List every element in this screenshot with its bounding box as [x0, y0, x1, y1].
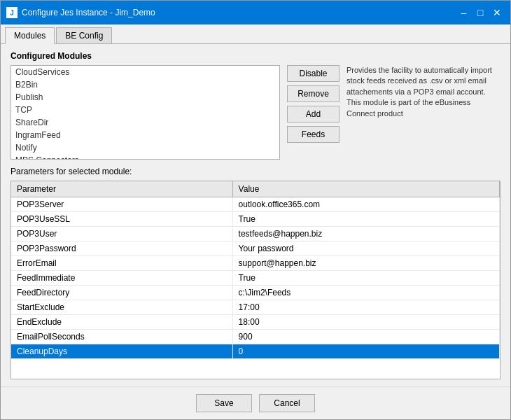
table-row[interactable]: POP3Usertestfeeds@happen.biz: [11, 227, 500, 241]
table-row[interactable]: ErrorEmailsupport@happen.biz: [11, 256, 500, 271]
add-button[interactable]: Add: [287, 106, 340, 122]
feeds-button[interactable]: Feeds: [287, 126, 340, 143]
save-button[interactable]: Save: [196, 394, 252, 412]
title-controls: ‒ □ ✕: [456, 5, 505, 20]
param-value: 17:00: [232, 300, 499, 315]
app-icon: J: [6, 7, 18, 18]
param-value: outlook.office365.com: [232, 197, 499, 212]
param-name: POP3User: [11, 227, 232, 241]
param-value: True: [232, 212, 499, 227]
module-item-tcp[interactable]: TCP: [11, 104, 279, 116]
module-item-ingramfeed[interactable]: IngramFeed: [11, 129, 279, 141]
configured-modules-title: Configured Modules: [10, 51, 500, 61]
table-header-row: Parameter Value: [11, 181, 500, 197]
minimize-button[interactable]: ‒: [456, 5, 471, 20]
parameters-title: Parameters for selected module:: [10, 167, 500, 176]
tab-beconfig[interactable]: BE Config: [56, 27, 112, 43]
remove-button[interactable]: Remove: [287, 85, 340, 102]
param-value: c:\Jim2\Feeds: [232, 286, 499, 300]
action-buttons: Disable Remove Add Feeds: [287, 65, 340, 160]
param-value: 900: [232, 330, 499, 344]
param-name: POP3Server: [11, 197, 232, 212]
table-row[interactable]: CleanupDays0: [11, 344, 500, 359]
table-row[interactable]: POP3UseSSLTrue: [11, 212, 500, 227]
cancel-button[interactable]: Cancel: [259, 394, 315, 412]
top-section: CloudServicesB2BinPublishTCPShareDirIngr…: [10, 65, 500, 160]
param-name: FeedImmediate: [11, 271, 232, 286]
param-value: Your password: [232, 241, 499, 256]
title-bar: J Configure Jes Instance - Jim_Demo ‒ □ …: [1, 1, 510, 24]
table-row[interactable]: FeedDirectoryc:\Jim2\Feeds: [11, 286, 500, 300]
table-row[interactable]: POP3PasswordYour password: [11, 241, 500, 256]
module-description: Provides the facility to automatically i…: [346, 65, 500, 160]
maximize-button[interactable]: □: [472, 5, 488, 20]
table-row[interactable]: EndExclude18:00: [11, 315, 500, 330]
param-name: POP3UseSSL: [11, 212, 232, 227]
footer: Save Cancel: [1, 386, 510, 419]
window-title: Configure Jes Instance - Jim_Demo: [22, 8, 155, 18]
param-name: StartExclude: [11, 300, 232, 315]
module-item-notify[interactable]: Notify: [11, 141, 279, 154]
disable-button[interactable]: Disable: [287, 65, 340, 82]
main-window: J Configure Jes Instance - Jim_Demo ‒ □ …: [0, 0, 511, 420]
tab-bar: Modules BE Config: [1, 24, 510, 44]
parameters-table[interactable]: Parameter Value POP3Serveroutlook.office…: [10, 181, 500, 379]
param-name: POP3Password: [11, 241, 232, 256]
table-row[interactable]: POP3Serveroutlook.office365.com: [11, 197, 500, 212]
param-name: EndExclude: [11, 315, 232, 330]
table-row[interactable]: StartExclude17:00: [11, 300, 500, 315]
param-value: 0: [232, 344, 499, 359]
col-header-parameter: Parameter: [11, 181, 232, 197]
module-item-mpsconnectors[interactable]: MPS Connectors: [11, 154, 279, 160]
module-item-publish[interactable]: Publish: [11, 91, 279, 104]
param-value: support@happen.biz: [232, 256, 499, 271]
main-content: Configured Modules CloudServicesB2BinPub…: [1, 44, 510, 386]
table-row[interactable]: FeedImmediateTrue: [11, 271, 500, 286]
title-bar-left: J Configure Jes Instance - Jim_Demo: [6, 7, 155, 18]
param-name: FeedDirectory: [11, 286, 232, 300]
table-row[interactable]: EmailPollSeconds900: [11, 330, 500, 344]
param-value: testfeeds@happen.biz: [232, 227, 499, 241]
param-name: EmailPollSeconds: [11, 330, 232, 344]
param-value: True: [232, 271, 499, 286]
tab-modules[interactable]: Modules: [5, 27, 55, 44]
param-name: ErrorEmail: [11, 256, 232, 271]
col-header-value: Value: [232, 181, 499, 197]
module-item-cloudservices[interactable]: CloudServices: [11, 66, 279, 78]
module-item-b2bin[interactable]: B2Bin: [11, 78, 279, 91]
param-name: CleanupDays: [11, 344, 232, 359]
close-button[interactable]: ✕: [489, 5, 505, 20]
parameters-section: Parameters for selected module: Paramete…: [10, 167, 500, 379]
module-item-sharedir[interactable]: ShareDir: [11, 116, 279, 129]
param-value: 18:00: [232, 315, 499, 330]
modules-list[interactable]: CloudServicesB2BinPublishTCPShareDirIngr…: [10, 65, 280, 160]
